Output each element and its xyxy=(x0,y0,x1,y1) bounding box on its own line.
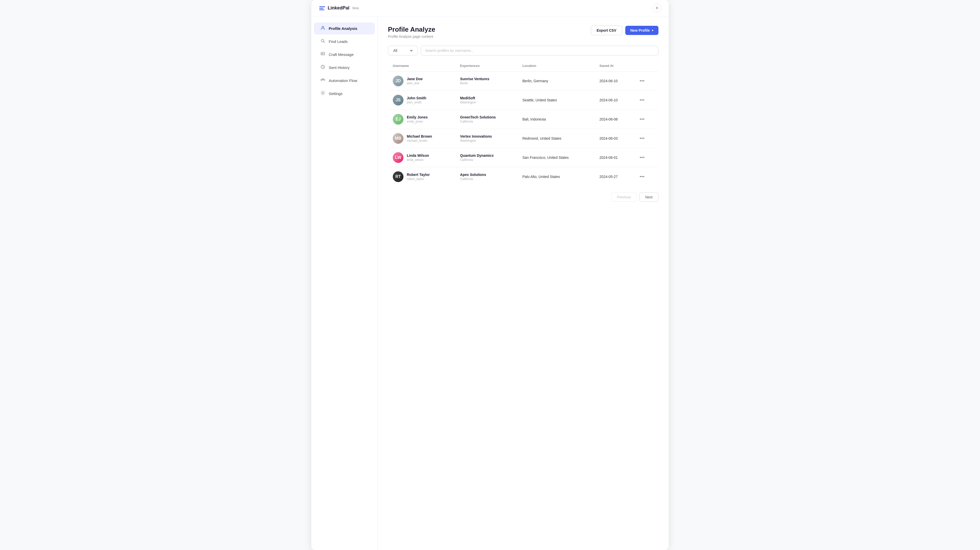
page-title: Profile Analyze xyxy=(388,26,435,33)
col-saved-at: Saved At xyxy=(595,60,633,72)
filters-row: All Active Archived xyxy=(388,46,659,56)
cell-saved-at: 2024-05-27 xyxy=(595,167,633,187)
cell-more: ••• xyxy=(633,129,658,148)
cell-experiences: Apex Solutions California xyxy=(455,167,518,187)
page-header: Profile Analyze Profile Analyze page con… xyxy=(388,26,659,38)
filter-select-wrapper[interactable]: All Active Archived xyxy=(388,46,418,56)
export-csv-button[interactable]: Export CSV xyxy=(591,26,622,35)
cell-experiences: GreenTech Solutions California xyxy=(455,110,518,129)
profile-analysis-icon xyxy=(320,26,326,32)
svg-line-6 xyxy=(324,41,325,43)
header-actions: Export CSV New Profile ▾ xyxy=(591,26,659,35)
cell-saved-at: 2024-06-10 xyxy=(595,91,633,110)
cell-more: ••• xyxy=(633,72,658,91)
exp-company-location: Washington xyxy=(460,139,513,142)
col-experiences: Experiences xyxy=(455,60,518,72)
chevron-down-icon: ▾ xyxy=(652,29,653,32)
more-options-button[interactable]: ••• xyxy=(638,154,646,161)
avatar: JD xyxy=(393,76,404,86)
beta-badge: Beta xyxy=(352,6,359,10)
more-options-button[interactable]: ••• xyxy=(638,77,646,85)
cell-more: ••• xyxy=(633,148,658,167)
user-name: John Smith xyxy=(407,96,426,100)
svg-point-4 xyxy=(322,26,324,28)
find-leads-icon xyxy=(320,38,326,45)
cell-location: Berlin, Germany xyxy=(518,72,595,91)
col-actions xyxy=(633,60,658,72)
exp-company: Quantum Dynamics xyxy=(460,153,513,158)
user-name: Linda Wilson xyxy=(407,153,429,158)
sidebar: Profile Analysis Find Leads xyxy=(311,16,378,550)
table-row[interactable]: JD Jane Doe jane_doe Sunrise Ventures Be… xyxy=(388,72,659,91)
cell-saved-at: 2024-06-10 xyxy=(595,72,633,91)
sidebar-item-sent-history[interactable]: Sent History xyxy=(314,62,375,73)
sidebar-label-sent-history: Sent History xyxy=(329,65,350,70)
exp-company: Sunrise Ventures xyxy=(460,77,513,81)
cell-username: JD Jane Doe jane_doe xyxy=(388,72,455,91)
avatar: JS xyxy=(393,95,404,105)
avatar: LW xyxy=(393,152,404,163)
sidebar-item-craft-message[interactable]: Craft Message xyxy=(314,48,375,61)
table-body: JD Jane Doe jane_doe Sunrise Ventures Be… xyxy=(388,72,659,187)
exp-company-location: California xyxy=(460,158,513,162)
cell-location: Redmond, United States xyxy=(518,129,595,148)
user-handle: michael_brown xyxy=(407,139,432,142)
user-handle: emily_jones xyxy=(407,120,428,123)
user-handle: john_smith xyxy=(407,100,426,104)
table-row[interactable]: EJ Emily Jones emily_jones GreenTech Sol… xyxy=(388,110,659,129)
next-button[interactable]: Next xyxy=(639,193,659,202)
cell-username: RT Robert Taylor robert_taylor xyxy=(388,167,455,187)
cell-saved-at: 2024-06-03 xyxy=(595,129,633,148)
app-name: LinkedPal xyxy=(328,5,349,11)
table-row[interactable]: LW Linda Wilson linda_wilson Quantum Dyn… xyxy=(388,148,659,167)
exp-company-location: Berlin xyxy=(460,81,513,85)
filter-select[interactable]: All Active Archived xyxy=(392,48,414,53)
svg-rect-11 xyxy=(324,80,325,80)
col-username: Username xyxy=(388,60,455,72)
svg-point-3 xyxy=(324,6,325,7)
automation-flow-icon xyxy=(320,78,326,83)
sent-history-icon xyxy=(320,65,326,70)
search-input-wrap xyxy=(421,46,659,56)
svg-rect-7 xyxy=(321,53,325,55)
exp-company-location: Washington xyxy=(460,100,513,104)
cell-username: LW Linda Wilson linda_wilson xyxy=(388,148,455,167)
sidebar-label-automation-flow: Automation Flow xyxy=(329,78,357,83)
svg-rect-1 xyxy=(319,8,323,9)
sidebar-item-profile-analysis[interactable]: Profile Analysis xyxy=(314,22,375,35)
user-name: Robert Taylor xyxy=(407,172,430,177)
table-row[interactable]: RT Robert Taylor robert_taylor Apex Solu… xyxy=(388,167,659,187)
previous-button[interactable]: Previous xyxy=(611,193,637,202)
cell-experiences: Vertex Innovations Washington xyxy=(455,129,518,148)
main-layout: Profile Analysis Find Leads xyxy=(311,16,669,550)
table-row[interactable]: MB Michael Brown michael_brown Vertex In… xyxy=(388,129,659,148)
theme-toggle-button[interactable]: ☀ xyxy=(652,3,662,13)
cell-location: Seattle, United States xyxy=(518,91,595,110)
sidebar-item-automation-flow[interactable]: Automation Flow xyxy=(314,75,375,86)
user-name: Jane Doe xyxy=(407,77,423,81)
sidebar-label-find-leads: Find Leads xyxy=(329,39,348,44)
cell-experiences: Quantum Dynamics California xyxy=(455,148,518,167)
table-row[interactable]: JS John Smith john_smith MediSoft Washin… xyxy=(388,91,659,110)
page-subtitle: Profile Analyze page content xyxy=(388,35,435,38)
app-logo: LinkedPal Beta xyxy=(318,5,359,12)
user-name: Emily Jones xyxy=(407,115,428,119)
cell-more: ••• xyxy=(633,110,658,129)
avatar: EJ xyxy=(393,114,404,124)
more-options-button[interactable]: ••• xyxy=(638,116,646,123)
user-handle: robert_taylor xyxy=(407,177,430,181)
more-options-button[interactable]: ••• xyxy=(638,97,646,104)
cell-location: San Francisco, United States xyxy=(518,148,595,167)
search-input[interactable] xyxy=(421,46,659,56)
cell-experiences: Sunrise Ventures Berlin xyxy=(455,72,518,91)
sidebar-item-find-leads[interactable]: Find Leads xyxy=(314,35,375,48)
more-options-button[interactable]: ••• xyxy=(638,173,646,180)
col-location: Location xyxy=(518,60,595,72)
table-header: Username Experiences Location Saved At xyxy=(388,60,659,72)
cell-saved-at: 2024-06-08 xyxy=(595,110,633,129)
more-options-button[interactable]: ••• xyxy=(638,135,646,142)
cell-username: JS John Smith john_smith xyxy=(388,91,455,110)
new-profile-button[interactable]: New Profile ▾ xyxy=(625,26,659,35)
exp-company: Vertex Innovations xyxy=(460,134,513,139)
sidebar-item-settings[interactable]: Settings xyxy=(314,88,375,100)
